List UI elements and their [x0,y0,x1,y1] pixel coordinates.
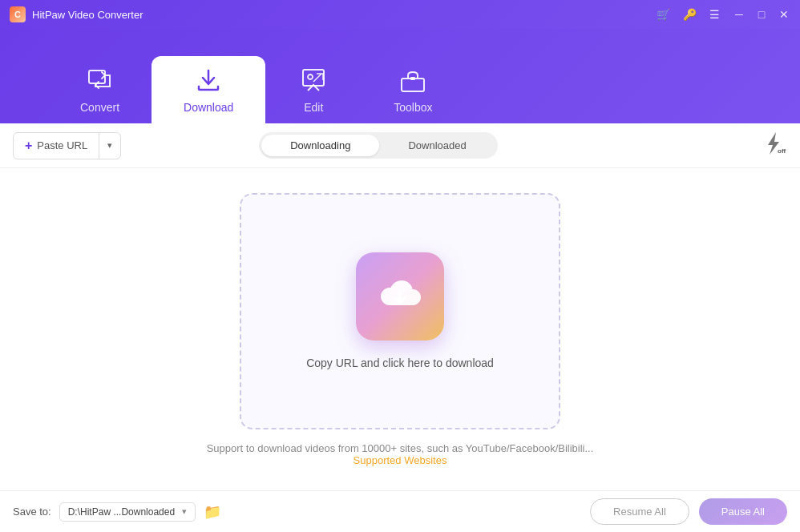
title-bar-left: C HitPaw Video Converter [10,6,143,22]
paste-url-button[interactable]: + Paste URL ▾ [13,132,121,159]
supported-websites-link[interactable]: Supported Websites [354,454,447,466]
maximize-button[interactable]: □ [755,8,768,21]
save-path-text: D:\HitPaw ...Downloaded [68,506,176,518]
edit-icon [301,67,326,96]
minimize-button[interactable]: ─ [733,8,745,21]
tab-downloaded[interactable]: Downloaded [379,135,495,156]
nav-item-convert[interactable]: Convert [48,56,152,123]
cloud-download-icon [356,252,444,341]
menu-icon[interactable]: ☰ [709,8,720,21]
drop-zone[interactable]: Copy URL and click here to download [240,193,560,429]
title-bar: C HitPaw Video Converter 🛒 🔑 ☰ ─ □ ✕ [0,0,800,29]
nav-item-toolbox[interactable]: Toolbox [362,56,464,123]
nav-download-label: Download [184,101,233,114]
close-button[interactable]: ✕ [778,8,790,21]
save-path-arrow-icon: ▾ [182,506,187,517]
toolbar: + Paste URL ▾ Downloading Downloaded off [0,123,800,168]
key-icon[interactable]: 🔑 [683,8,697,21]
pause-all-button[interactable]: Pause All [699,498,787,525]
tab-downloading[interactable]: Downloading [261,135,379,156]
nav-item-edit[interactable]: Edit [265,56,362,123]
toolbox-icon [400,67,426,96]
nav-item-download[interactable]: Download [152,56,265,123]
title-bar-right: 🛒 🔑 ☰ ─ □ ✕ [657,8,790,21]
bottom-bar: Save to: D:\HitPaw ...Downloaded ▾ 📁 Res… [0,490,800,532]
window-controls: ─ □ ✕ [733,8,790,21]
support-text: Support to download videos from 10000+ s… [207,442,594,454]
svg-rect-4 [410,77,415,80]
download-icon [196,67,221,96]
convert-icon [87,67,113,96]
nav-convert-label: Convert [80,101,119,114]
plus-icon: + [25,139,32,153]
nav-toolbox-label: Toolbox [394,101,432,114]
cart-icon[interactable]: 🛒 [657,8,670,21]
tab-switcher: Downloading Downloaded [259,132,497,159]
drop-text: Copy URL and click here to download [306,357,494,369]
svg-rect-3 [402,79,424,91]
svg-text:off: off [778,147,786,155]
paste-url-label: Paste URL [37,139,87,151]
paste-url-main[interactable]: + Paste URL [14,133,99,159]
app-title: HitPaw Video Converter [32,9,143,21]
paste-url-dropdown[interactable]: ▾ [99,133,120,159]
save-to-label: Save to: [13,506,51,518]
svg-point-2 [308,75,313,79]
folder-icon[interactable]: 📁 [204,503,221,521]
main-content: Copy URL and click here to download Supp… [0,168,800,490]
nav-edit-label: Edit [304,101,323,114]
save-path-select[interactable]: D:\HitPaw ...Downloaded ▾ [59,502,196,522]
svg-rect-1 [303,70,324,86]
bottom-actions: Resume All Pause All [590,498,787,525]
discount-icon[interactable]: off [758,129,787,162]
app-logo: C [10,6,26,22]
nav-bar: Convert Download Edit [0,29,800,123]
resume-all-button[interactable]: Resume All [590,498,689,525]
